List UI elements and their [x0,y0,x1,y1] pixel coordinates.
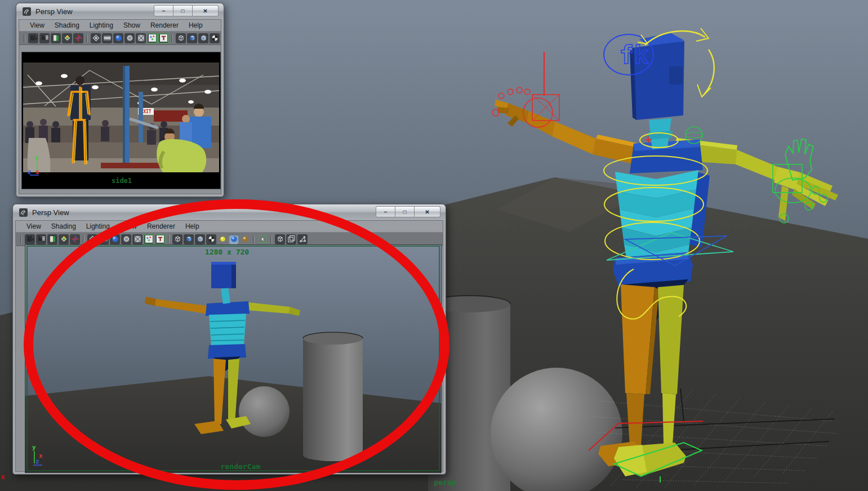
checkered-sphere-icon[interactable] [206,234,216,244]
toolbar-separator [86,34,88,42]
smooth-shaded-active-icon[interactable] [229,234,239,244]
menu-item-renderer[interactable]: Renderer [142,221,180,231]
resolution-gate-label: 1280 x 720 [205,248,249,256]
svg-text:x: x [39,452,43,459]
text-annotations-icon[interactable] [158,33,168,43]
toolbar-separator [252,235,255,243]
mini-sphere[interactable] [239,386,290,437]
camera-attributes-icon[interactable] [39,33,50,43]
panel-menubar: ViewShadingLightingShowRendererHelp [19,20,221,32]
panel-toolbar [19,32,221,45]
toolbar-separator [270,235,273,243]
menu-item-help[interactable]: Help [180,221,204,231]
close-button[interactable]: ✕ [415,206,440,217]
svg-text:y: y [32,444,36,451]
image-plane-icon[interactable] [62,33,72,43]
bookmark-icon[interactable] [51,33,61,43]
window-titlebar[interactable]: Persp View – □ ✕ [13,204,446,220]
track-tool-icon[interactable] [73,33,83,43]
toolbar-separator [171,34,173,42]
rendercam-viewport[interactable]: 1280 x 720 y x z renderCam [25,244,442,473]
bookmark-icon[interactable] [47,234,57,244]
main-camera-label: persp [434,478,456,486]
light-icon[interactable] [217,234,228,244]
close-button[interactable]: ✕ [193,5,219,16]
window-title: Persp View [35,7,73,16]
shaded-cube-icon[interactable] [187,33,197,43]
smooth-shaded-icon[interactable] [110,234,120,244]
menu-item-help[interactable]: Help [184,20,208,30]
mini-cylinder[interactable] [303,332,363,461]
svg-text:z: z [35,458,39,465]
window-title: Persp View [32,208,69,217]
wireframe-cube-icon[interactable] [275,234,285,244]
menu-item-view[interactable]: View [21,221,46,231]
video-viewport[interactable]: EXIT [21,52,221,189]
menu-item-shading[interactable]: Shading [50,20,84,30]
wireframe-shaded-icon[interactable] [91,33,101,43]
image-plane-icon[interactable] [59,234,69,244]
minimize-button[interactable]: – [376,206,395,217]
flat-shaded-icon[interactable] [124,33,135,43]
camera-icon[interactable] [28,33,38,43]
svg-text:z: z [28,168,32,176]
shaded-cube-icon[interactable] [184,234,194,244]
text-annotations-icon[interactable] [155,234,165,244]
maximize-button[interactable]: □ [173,5,193,16]
wireframe-cube-icon[interactable] [176,33,186,43]
persp-view-window-video[interactable]: Persp View – □ ✕ ViewShadingLightingShow… [16,3,224,197]
toolbar-separator [82,235,85,243]
persp-view-window-render[interactable]: Persp View – □ ✕ ViewShadingLightingShow… [12,204,446,475]
flat-shaded-icon[interactable] [121,234,131,244]
menu-item-view[interactable]: View [25,20,50,30]
camera-attributes-icon[interactable] [36,234,46,244]
toolbar-separator [23,34,26,42]
use-default-material-icon[interactable] [144,234,154,244]
use-default-material-icon[interactable] [147,33,157,43]
maya-panel-icon [22,7,32,16]
material-ball-icon[interactable] [240,234,250,244]
toolbar-separator [20,235,23,243]
checkered-sphere-icon[interactable] [210,33,220,43]
rendercam-scene: 1280 x 720 y x z renderCam [25,245,441,472]
xray-cube-icon[interactable] [198,33,208,43]
camera-label: side1 [112,177,132,185]
maya-panel-icon [19,208,28,217]
maximize-button[interactable]: □ [395,206,415,217]
menu-item-lighting[interactable]: Lighting [84,20,118,30]
minimize-button[interactable]: – [154,5,173,16]
xray-cube-icon[interactable] [195,234,205,244]
svg-text:x: x [35,168,39,176]
menu-item-renderer[interactable]: Renderer [145,20,184,30]
window-titlebar[interactable]: Persp View – □ ✕ [16,3,224,19]
toolbar-separator [167,235,170,243]
no-textures-icon[interactable] [136,33,146,43]
track-tool-icon[interactable] [70,234,80,244]
video-frame: EXIT [22,52,220,189]
menu-item-show[interactable]: Show [115,221,142,231]
panel-menubar: ViewShadingLightingShowRendererHelp [16,221,443,233]
svg-text:y: y [35,154,39,161]
fk-control-label: fk [619,41,649,69]
menu-item-show[interactable]: Show [118,20,145,30]
frame-all-icon[interactable] [286,234,296,244]
wireframe-cube-icon[interactable] [172,234,182,244]
isolate-select-icon[interactable] [257,234,268,244]
wireframe-shaded-icon[interactable] [87,234,97,244]
camera-icon[interactable] [25,234,35,244]
node-connections-icon[interactable] [297,234,308,244]
menu-item-lighting[interactable]: Lighting [81,221,115,231]
no-textures-icon[interactable] [132,234,143,244]
camera-label: renderCam [221,462,261,471]
film-gate-icon[interactable] [99,234,109,244]
menu-item-shading[interactable]: Shading [46,221,81,231]
main-axis-x-label: x [1,472,5,481]
film-gate-icon[interactable] [102,33,112,43]
smooth-shaded-icon[interactable] [113,33,123,43]
